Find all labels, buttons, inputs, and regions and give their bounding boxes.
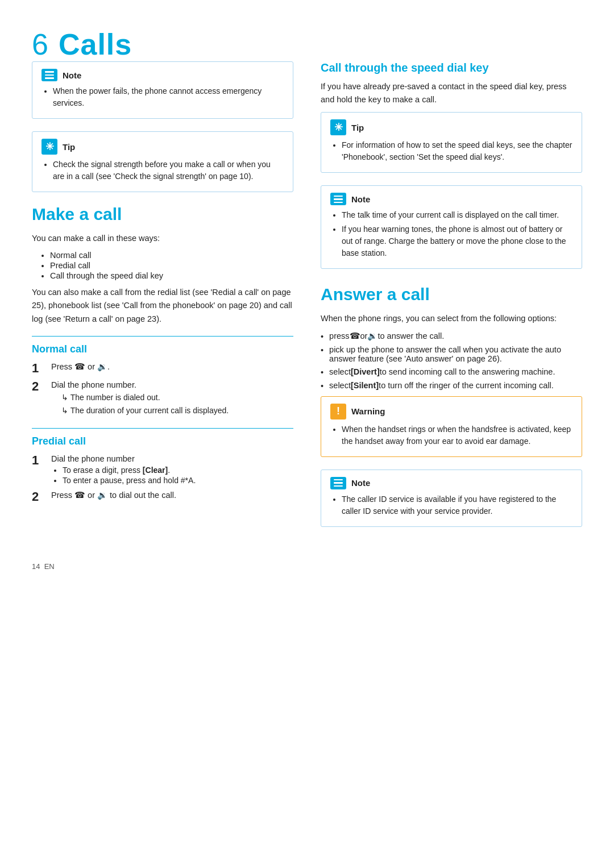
speed-dial-intro: If you have already pre-saved a contact … [321, 80, 582, 106]
footer-language: EN [44, 562, 55, 571]
way-1: Normal call [50, 251, 293, 260]
speed-dial-section: Call through the speed dial key If you h… [321, 61, 582, 106]
warning1-label: Warning [351, 406, 385, 416]
way-3: Call through the speed dial key [50, 271, 293, 280]
tip1-text: Check the signal strength before you mak… [42, 159, 284, 182]
answer-a-call-section: Answer a call When the phone rings, you … [321, 285, 582, 390]
tip1-item: Check the signal strength before you mak… [53, 159, 284, 182]
predial-step-2: 2 Press ☎ or 🔉 to dial out the call. [32, 489, 293, 504]
note-box-2: Note The talk time of your current call … [321, 185, 582, 269]
phone-icon-3: ☎ [350, 331, 360, 340]
phone-icon-2: ☎ [74, 491, 85, 500]
note2-text: The talk time of your current call is di… [330, 209, 572, 259]
tip-icon-2: ✳ [330, 119, 346, 135]
answer-option-4: select [Silent] to turn off the ringer o… [321, 381, 582, 391]
note-box-3: Note The caller ID service is available … [321, 470, 582, 527]
warning1-item: When the handset rings or when the hands… [342, 423, 572, 447]
speaker-icon-1: 🔉 [97, 362, 107, 371]
phone-icon-1: ☎ [74, 362, 85, 371]
predial-step-2-body: Press ☎ or 🔉 to dial out the call. [51, 489, 293, 500]
note3-item: The caller ID service is available if yo… [342, 493, 572, 517]
tip1-label: Tip [63, 142, 75, 152]
note1-item: When the power fails, the phone cannot a… [53, 85, 284, 109]
predial-step-num-1: 1 [32, 453, 48, 468]
tip2-label: Tip [351, 123, 364, 132]
arrow-2: The duration of your current call is dis… [61, 405, 293, 417]
speed-dial-title: Call through the speed dial key [321, 61, 582, 74]
tip-icon-1: ✳ [42, 139, 57, 155]
note-icon-3 [330, 477, 346, 489]
warning-icon-1: ! [330, 404, 346, 420]
predial-sub-bullets: To erase a digit, press [Clear]. To ente… [51, 466, 293, 485]
step-num-1: 1 [32, 361, 48, 376]
make-a-call-section: Make a call You can make a call in these… [32, 205, 293, 326]
answer-a-call-title: Answer a call [321, 285, 582, 304]
chapter-title: Calls [59, 28, 132, 61]
normal-step-1-body: Press ☎ or 🔉. [51, 361, 293, 372]
make-a-call-ways: Normal call Predial call Call through th… [32, 251, 293, 280]
chapter-number: 6 [32, 28, 48, 61]
predial-call-section: Predial call 1 Dial the phone number To … [32, 435, 293, 504]
page-title: 6Calls [32, 27, 582, 61]
answer-option-3: select [Divert] to send incoming call to… [321, 367, 582, 377]
make-a-call-intro: You can make a call in these ways: [32, 232, 293, 245]
normal-step-2-text: Dial the phone number. [51, 380, 136, 389]
speaker-icon-3: 🔉 [367, 331, 377, 341]
normal-step-1: 1 Press ☎ or 🔉. [32, 361, 293, 376]
tip-box-2: ✳ Tip For information of how to set the … [321, 112, 582, 173]
predial-call-title: Predial call [32, 435, 293, 447]
predial-sub-1: To erase a digit, press [Clear]. [63, 466, 293, 475]
normal-call-title: Normal call [32, 343, 293, 355]
predial-step-num-2: 2 [32, 489, 48, 504]
normal-step-2-body: Dial the phone number. The number is dia… [51, 379, 293, 418]
left-column: Note When the power fails, the phone can… [32, 61, 293, 539]
note2-item-2: If you hear warning tones, the phone is … [342, 223, 572, 259]
note3-text: The caller ID service is available if yo… [330, 493, 572, 517]
footer-page-number: 14 [32, 562, 40, 571]
note-icon-2 [330, 193, 346, 205]
speaker-icon-2: 🔉 [97, 491, 107, 500]
note1-label: Note [63, 70, 81, 80]
predial-sub-2: To enter a pause, press and hold #*A. [63, 476, 293, 485]
divider-2 [32, 428, 293, 429]
tip2-item: For information of how to set the speed … [342, 139, 572, 163]
predial-step-1: 1 Dial the phone number To erase a digit… [32, 453, 293, 486]
step-num-2: 2 [32, 379, 48, 394]
make-a-call-title: Make a call [32, 205, 293, 224]
note2-item-1: The talk time of your current call is di… [342, 209, 572, 221]
predial-step-1-body: Dial the phone number To erase a digit, … [51, 453, 293, 486]
answer-options: press ☎ or 🔉 to answer the call. pick up… [321, 331, 582, 391]
note3-label: Note [351, 478, 370, 488]
answer-option-2: pick up the phone to answer the call whe… [321, 345, 582, 363]
normal-step-2-arrows: The number is dialed out. The duration o… [51, 392, 293, 417]
answer-a-call-intro: When the phone rings, you can select fro… [321, 312, 582, 325]
normal-step-2: 2 Dial the phone number. The number is d… [32, 379, 293, 418]
tip-box-1: ✳ Tip Check the signal strength before y… [32, 131, 293, 192]
warning1-text: When the handset rings or when the hands… [330, 423, 572, 447]
page-footer: 14 EN [32, 562, 582, 571]
note1-text: When the power fails, the phone cannot a… [42, 85, 284, 109]
arrow-1: The number is dialed out. [61, 392, 293, 404]
tip2-text: For information of how to set the speed … [330, 139, 572, 163]
normal-call-section: Normal call 1 Press ☎ or 🔉. 2 Dial the p… [32, 343, 293, 418]
way-2: Predial call [50, 261, 293, 270]
note-icon-1 [42, 69, 57, 81]
right-column: Call through the speed dial key If you h… [321, 61, 582, 539]
answer-option-1: press ☎ or 🔉 to answer the call. [321, 331, 582, 341]
warning-box-1: ! Warning When the handset rings or when… [321, 396, 582, 457]
divider-1 [32, 336, 293, 337]
note2-label: Note [351, 194, 370, 204]
make-a-call-extra: You can also make a call from the redial… [32, 286, 293, 326]
note-box-1: Note When the power fails, the phone can… [32, 61, 293, 119]
predial-step-1-text: Dial the phone number [51, 454, 135, 463]
